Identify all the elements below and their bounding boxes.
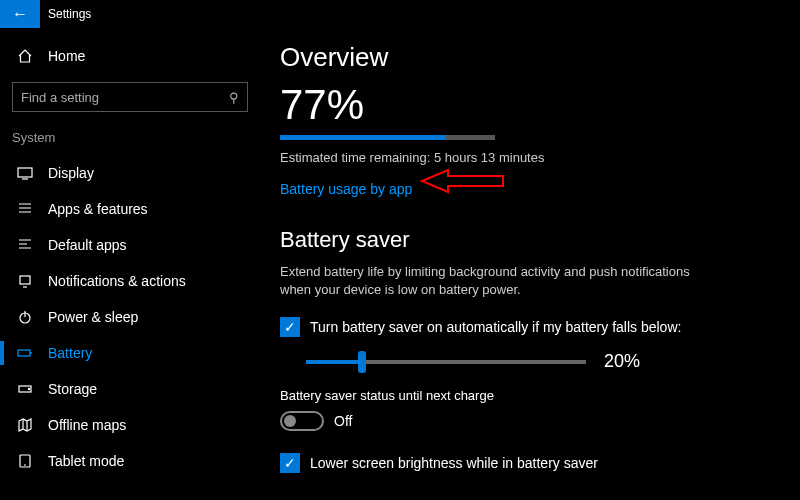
auto-on-checkbox[interactable]: ✓: [280, 317, 300, 337]
power-icon: [14, 309, 36, 325]
sidebar-category: System: [0, 124, 260, 155]
sidebar-item-label: Battery: [48, 345, 92, 361]
storage-icon: [14, 381, 36, 397]
estimate-text: Estimated time remaining: 5 hours 13 min…: [280, 150, 780, 165]
brightness-row: ✓ Lower screen brightness while in batte…: [280, 453, 780, 473]
sidebar-item-label: Apps & features: [48, 201, 148, 217]
sidebar-item-notifications[interactable]: Notifications & actions: [0, 263, 260, 299]
battery-bar-fill: [280, 135, 446, 140]
list-icon: [14, 201, 36, 217]
brightness-label: Lower screen brightness while in battery…: [310, 455, 598, 471]
window-title: Settings: [40, 7, 91, 21]
home-icon: [14, 48, 36, 64]
back-button[interactable]: ←: [0, 0, 40, 28]
notification-icon: [14, 273, 36, 289]
tablet-icon: [14, 453, 36, 469]
sidebar-home-label: Home: [48, 48, 85, 64]
display-icon: [14, 165, 36, 181]
saver-toggle-row: Off: [280, 411, 780, 431]
overview-heading: Overview: [280, 42, 780, 73]
check-icon: ✓: [284, 319, 296, 335]
sidebar-item-apps[interactable]: Apps & features: [0, 191, 260, 227]
sidebar-item-storage[interactable]: Storage: [0, 371, 260, 407]
search-input[interactable]: [21, 90, 229, 105]
sidebar-item-label: Storage: [48, 381, 97, 397]
sidebar-item-battery[interactable]: Battery: [0, 335, 260, 371]
battery-percent: 77%: [280, 81, 780, 129]
defaults-icon: [14, 237, 36, 253]
check-icon: ✓: [284, 455, 296, 471]
saver-toggle-state: Off: [334, 413, 352, 429]
auto-on-row: ✓ Turn battery saver on automatically if…: [280, 317, 780, 337]
sidebar-item-label: Power & sleep: [48, 309, 138, 325]
sidebar: Home ⚲ System Display Apps & features De…: [0, 28, 260, 500]
battery-icon: [14, 345, 36, 361]
saver-heading: Battery saver: [280, 227, 780, 253]
content: Overview 77% Estimated time remaining: 5…: [260, 28, 800, 500]
sidebar-item-label: Display: [48, 165, 94, 181]
titlebar: ← Settings: [0, 0, 800, 28]
saver-status-label: Battery saver status until next charge: [280, 388, 780, 403]
sidebar-item-label: Notifications & actions: [48, 273, 186, 289]
sidebar-item-display[interactable]: Display: [0, 155, 260, 191]
svg-rect-0: [18, 168, 32, 177]
saver-desc: Extend battery life by limiting backgrou…: [280, 263, 700, 299]
svg-rect-1: [20, 276, 30, 284]
search-icon: ⚲: [229, 90, 239, 105]
sidebar-item-label: Offline maps: [48, 417, 126, 433]
svg-rect-3: [18, 350, 30, 356]
brightness-checkbox[interactable]: ✓: [280, 453, 300, 473]
map-icon: [14, 417, 36, 433]
sidebar-item-tablet[interactable]: Tablet mode: [0, 443, 260, 479]
battery-bar: [280, 135, 495, 140]
slider-thumb[interactable]: [358, 351, 366, 373]
sidebar-item-maps[interactable]: Offline maps: [0, 407, 260, 443]
threshold-value: 20%: [604, 351, 640, 372]
sidebar-item-default-apps[interactable]: Default apps: [0, 227, 260, 263]
saver-toggle[interactable]: [280, 411, 324, 431]
slider-fill: [306, 360, 362, 364]
threshold-slider-row: 20%: [306, 351, 780, 372]
toggle-knob: [284, 415, 296, 427]
battery-usage-link[interactable]: Battery usage by app: [280, 181, 412, 197]
auto-on-label: Turn battery saver on automatically if m…: [310, 319, 681, 335]
sidebar-item-power[interactable]: Power & sleep: [0, 299, 260, 335]
sidebar-item-label: Tablet mode: [48, 453, 124, 469]
sidebar-home[interactable]: Home: [0, 38, 260, 74]
threshold-slider[interactable]: [306, 360, 586, 364]
sidebar-item-label: Default apps: [48, 237, 127, 253]
svg-point-5: [28, 388, 29, 389]
search-box[interactable]: ⚲: [12, 82, 248, 112]
arrow-left-icon: ←: [12, 5, 28, 23]
